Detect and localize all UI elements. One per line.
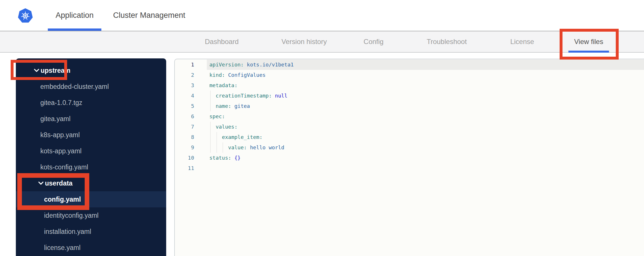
token-plain: [231, 155, 234, 161]
line-number: 4: [175, 91, 194, 101]
line-number: 11: [175, 163, 194, 173]
nav-tab-label: Version history: [281, 38, 327, 46]
tree-item-label: gitea.yaml: [40, 115, 71, 123]
code-line-text: name: gitea: [209, 101, 250, 111]
code-line-text: metadata:: [209, 80, 238, 91]
tree-item-label: embedded-cluster.yaml: [40, 83, 109, 91]
tree-item-label: upstream: [41, 67, 71, 74]
line-number: 7: [175, 122, 194, 132]
nav-tab-license[interactable]: License: [505, 31, 540, 52]
token-key: spec:: [209, 113, 225, 119]
chevron-down-icon: [38, 182, 43, 185]
token-key: value:: [228, 144, 247, 150]
tree-item-label: kots-config.yaml: [40, 163, 88, 171]
token-key: values:: [216, 124, 238, 130]
tree-file-config-yaml[interactable]: config.yaml: [16, 191, 166, 207]
token-key: kind:: [209, 72, 225, 78]
header-tab-label: Cluster Management: [113, 11, 185, 20]
nav-tab-label: Dashboard: [205, 38, 238, 46]
line-number: 9: [175, 142, 194, 153]
tree-item-label: installation.yaml: [44, 228, 91, 236]
tree-file-identityconfig-yaml[interactable]: identityconfig.yaml: [16, 207, 166, 223]
tree-item-label: config.yaml: [44, 196, 81, 203]
tree-file-kots-app-yaml[interactable]: kots-app.yaml: [16, 143, 166, 159]
code-line-2: 2kind: ConfigValues: [175, 70, 644, 80]
tree-file-gitea-1-0-7-tgz[interactable]: gitea-1.0.7.tgz: [16, 95, 166, 111]
nav-tab-label: View files: [574, 38, 603, 46]
token-key: example_item:: [222, 134, 262, 140]
line-number: 10: [175, 153, 194, 163]
tree-item-label: kots-app.yaml: [40, 147, 82, 155]
tree-item-label: identityconfig.yaml: [44, 212, 99, 219]
tree-file-embedded-cluster-yaml[interactable]: embedded-cluster.yaml: [16, 79, 166, 95]
code-line-text: kind: ConfigValues: [209, 70, 266, 80]
token-plain: [272, 93, 275, 99]
token-plain: [231, 103, 234, 109]
token-plain: [247, 144, 250, 150]
token-value: hello world: [250, 144, 284, 150]
code-line-4: 4creationTimestamp: null: [175, 91, 644, 101]
nav-tab-dashboard[interactable]: Dashboard: [199, 31, 244, 52]
nav-tab-label: Config: [363, 38, 383, 46]
tree-file-gitea-yaml[interactable]: gitea.yaml: [16, 111, 166, 127]
header-tab-cluster-management[interactable]: Cluster Management: [105, 0, 193, 31]
token-keyword: null: [275, 93, 287, 99]
token-key: creationTimestamp:: [216, 93, 272, 99]
code-line-text: example_item:: [209, 132, 262, 142]
tree-file-kots-config-yaml[interactable]: kots-config.yaml: [16, 159, 166, 175]
tree-item-label: gitea-1.0.7.tgz: [40, 99, 82, 107]
header-tab-application[interactable]: Application: [48, 0, 101, 31]
code-line-6: 6spec:: [175, 111, 644, 122]
tree-folder-userdata[interactable]: userdata: [16, 175, 166, 191]
code-line-text: status: {}: [209, 153, 240, 163]
code-line-5: 5name: gitea: [175, 101, 644, 111]
token-plain: [244, 62, 247, 68]
code-line-text: apiVersion: kots.io/v1beta1: [209, 60, 294, 70]
tree-file-installation-yaml[interactable]: installation.yaml: [16, 223, 166, 240]
code-line-9: 9value: hello world: [175, 142, 644, 153]
chevron-down-icon: [34, 69, 39, 72]
token-value: gitea: [234, 103, 250, 109]
code-line-text: spec:: [209, 111, 225, 122]
code-line-8: 8example_item:: [175, 132, 644, 142]
file-tree: upstreamembedded-cluster.yamlgitea-1.0.7…: [16, 58, 166, 256]
tree-item-label: userdata: [45, 179, 73, 187]
line-number: 8: [175, 132, 194, 142]
code-line-text: creationTimestamp: null: [209, 91, 287, 101]
nav-tab-label: License: [510, 38, 534, 46]
line-number: 1: [175, 60, 194, 70]
code-line-text: value: hello world: [209, 142, 284, 153]
tree-item-label: k8s-app.yaml: [40, 131, 80, 139]
nav-tab-troubleshoot[interactable]: Troubleshoot: [421, 31, 472, 52]
kubernetes-logo-icon: [18, 8, 33, 24]
line-number: 5: [175, 101, 194, 111]
app-navbar: DashboardVersion historyConfigTroublesho…: [0, 31, 644, 53]
nav-tab-version-history[interactable]: Version history: [276, 31, 332, 52]
code-line-11: 11: [175, 163, 644, 173]
nav-tab-config[interactable]: Config: [358, 31, 389, 52]
nav-tab-view-files[interactable]: View files: [569, 31, 609, 52]
code-line-7: 7values:: [175, 122, 644, 132]
token-value: ConfigValues: [228, 72, 266, 78]
token-value: kots.io/v1beta1: [247, 62, 294, 68]
line-number: 6: [175, 111, 194, 122]
header-tab-label: Application: [56, 11, 94, 20]
code-line-text: values:: [209, 122, 238, 132]
token-key: status:: [209, 155, 231, 161]
token-key: name:: [216, 103, 231, 109]
token-key: apiVersion:: [209, 62, 244, 68]
code-line-3: 3metadata:: [175, 80, 644, 91]
token-keyword: {}: [234, 155, 241, 161]
code-line-1: 1apiVersion: kots.io/v1beta1: [175, 60, 644, 70]
token-key: metadata:: [209, 82, 238, 88]
tree-file-license-yaml[interactable]: license.yaml: [16, 240, 166, 256]
token-plain: [225, 72, 228, 78]
tree-folder-upstream[interactable]: upstream: [16, 62, 166, 79]
nav-tab-label: Troubleshoot: [427, 38, 467, 46]
app-header: ApplicationCluster Management: [0, 0, 644, 31]
code-viewer[interactable]: 1apiVersion: kots.io/v1beta12kind: Confi…: [174, 59, 644, 256]
line-number: 3: [175, 80, 194, 91]
line-number: 2: [175, 70, 194, 80]
tree-file-k8s-app-yaml[interactable]: k8s-app.yaml: [16, 127, 166, 143]
tree-item-label: license.yaml: [44, 244, 81, 252]
